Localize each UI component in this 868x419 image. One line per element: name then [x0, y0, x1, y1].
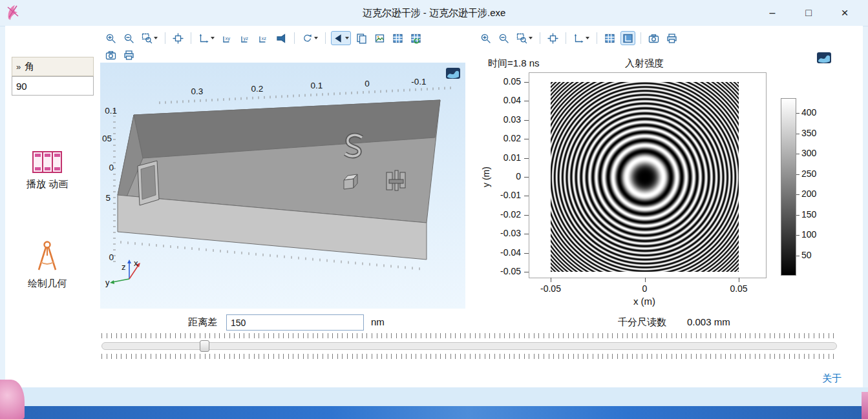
view-xy-icon[interactable]: xy — [220, 31, 235, 45]
axis-tick-mark — [524, 158, 529, 159]
expand-chevron-icon[interactable]: » — [16, 62, 21, 72]
zoom-box-icon[interactable] — [140, 31, 160, 45]
axes-frame-icon[interactable] — [620, 31, 635, 45]
maximize-button[interactable]: □ — [790, 0, 827, 26]
y-axis-label: y (m) — [481, 154, 492, 199]
colorbar — [781, 98, 796, 276]
axis-tick-label: 300 — [801, 148, 830, 158]
dropdown-caret-icon[interactable] — [529, 37, 533, 39]
plot2d-toolbar — [478, 30, 679, 46]
copy-image-icon[interactable] — [354, 31, 369, 45]
axis-tick-mark — [524, 82, 529, 83]
play-animation-label: 播放 动画 — [26, 178, 68, 189]
minimize-button[interactable]: – — [754, 0, 790, 26]
titlebar: 迈克尔逊干涉 - 迈克尔逊干涉.exe – □ × — [0, 0, 868, 26]
view-xz-icon[interactable]: xz — [256, 31, 271, 45]
dropdown-caret-icon[interactable] — [211, 37, 215, 39]
axis-tick-label: 50 — [801, 250, 830, 260]
axis-tick-label: 0.03 — [489, 114, 521, 125]
axis-tick-label: -0.05 — [489, 266, 521, 276]
view3d-toolbar-row1: xyyzxz — [103, 30, 423, 46]
table-icon[interactable] — [390, 31, 405, 45]
film-icon — [32, 151, 62, 173]
axis-tick-label: 250 — [801, 169, 830, 179]
view3d-toolbar-row2 — [103, 47, 136, 63]
image-snapshot-icon[interactable] — [372, 31, 387, 45]
table-icon[interactable] — [602, 31, 617, 45]
axis-tick-label: -0.01 — [489, 190, 521, 200]
draw-geometry-button[interactable]: 绘制几何 — [12, 240, 83, 290]
time-annotation: 时间=1.8 ns — [488, 57, 540, 70]
svg-text:0.1: 0.1 — [311, 81, 323, 90]
axis-tick-mark — [796, 174, 799, 175]
axis-tick-mark — [524, 215, 529, 216]
angle-input[interactable] — [12, 76, 94, 96]
axis-tick-label: 0.04 — [489, 95, 521, 105]
svg-text:0.1: 0.1 — [105, 106, 117, 116]
zoom-out-icon[interactable] — [122, 31, 136, 45]
draw-geometry-label: 绘制几何 — [28, 278, 67, 289]
axis-tick-label: -0.05 — [531, 283, 570, 294]
axis-tick-mark — [524, 234, 529, 234]
zoom-in-icon[interactable] — [103, 31, 118, 45]
dropdown-caret-icon[interactable] — [154, 37, 158, 39]
taskbar — [0, 406, 868, 419]
toolbar-separator — [640, 32, 641, 44]
projection-icon[interactable] — [274, 31, 289, 45]
plot-render-button[interactable] — [817, 52, 831, 63]
plot-render-button[interactable] — [446, 68, 460, 79]
x-axis-label: x (m) — [619, 296, 670, 307]
dropdown-caret-icon[interactable] — [586, 37, 589, 39]
axis-tick-label: 350 — [801, 128, 830, 138]
play-animation-button[interactable]: 播放 动画 — [12, 151, 83, 190]
axis-tick-mark — [524, 101, 529, 101]
svg-text:5: 5 — [105, 193, 111, 203]
axis-tick-mark — [796, 194, 799, 195]
zoom-extents-icon[interactable] — [545, 31, 560, 45]
camera-icon[interactable] — [103, 48, 118, 62]
detector-assembly — [386, 170, 405, 190]
distance-difference-label: 距离差 — [160, 316, 217, 329]
angle-section-header[interactable]: » 角 — [12, 57, 94, 76]
dropdown-caret-icon[interactable] — [314, 37, 318, 39]
toolbar-separator — [597, 32, 597, 44]
about-link[interactable]: 关于 — [822, 373, 842, 385]
zoom-out-icon[interactable] — [496, 31, 511, 45]
axis-tick-mark — [524, 272, 529, 272]
toolbar-separator — [540, 32, 540, 44]
table-update-icon[interactable] — [408, 31, 423, 45]
zoom-extents-icon[interactable] — [171, 31, 185, 45]
zoom-box-icon[interactable] — [514, 31, 535, 45]
printer-icon[interactable] — [664, 31, 679, 45]
view-yz-icon[interactable]: yz — [238, 31, 253, 45]
axis-tick-label: 200 — [801, 189, 830, 199]
go-to-view-icon[interactable] — [571, 31, 591, 45]
axis-tick-mark — [524, 177, 529, 178]
axis-tick-label: 0.05 — [489, 76, 521, 87]
axis-tick-mark — [524, 120, 529, 121]
axis-tick-mark — [739, 278, 739, 282]
toolbar-separator — [566, 32, 566, 44]
slider-handle[interactable] — [200, 340, 209, 352]
angle-label: 角 — [25, 61, 34, 73]
micrometer-reading-value: 0.003 mm — [687, 316, 730, 327]
camera-icon[interactable] — [646, 31, 661, 45]
printer-icon[interactable] — [122, 48, 136, 62]
axis-tick-mark — [551, 278, 551, 282]
model-3d-graphics-area[interactable]: 0.30.20.10-0.10.105050 zxy — [100, 63, 465, 309]
distance-difference-input[interactable] — [226, 314, 364, 331]
svg-text:z: z — [122, 262, 126, 272]
view-select-icon[interactable] — [331, 31, 351, 45]
slider-track[interactable] — [101, 342, 837, 350]
axis-tick-label: -0.04 — [489, 247, 521, 258]
window-title: 迈克尔逊干涉 - 迈克尔逊干涉.exe — [0, 0, 868, 26]
zoom-in-icon[interactable] — [478, 31, 493, 45]
axis-tick-mark — [645, 278, 646, 282]
axis-tick-label: 0 — [626, 283, 664, 294]
go-to-view-icon[interactable] — [196, 31, 217, 45]
rotate-icon[interactable] — [300, 31, 320, 45]
axis-tick-label: 0.01 — [489, 152, 521, 163]
close-button[interactable]: × — [827, 0, 863, 26]
dropdown-caret-icon[interactable] — [345, 37, 349, 39]
slider-tick-ruler-top — [101, 333, 837, 338]
